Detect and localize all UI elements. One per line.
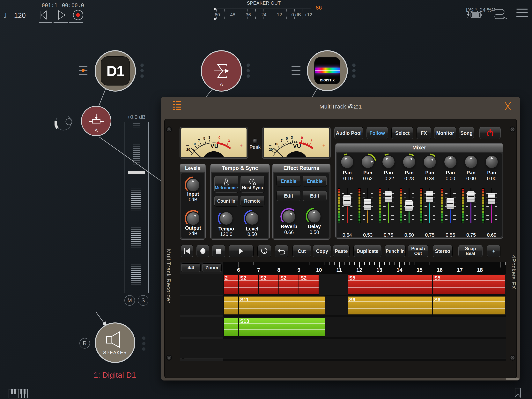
audio-clip[interactable] <box>223 296 239 315</box>
metronome-button[interactable]: Metronome <box>214 176 238 193</box>
audio-clip[interactable]: S11 <box>239 296 325 315</box>
audio-clip[interactable]: S5 <box>348 274 433 295</box>
pan-knob[interactable] <box>486 156 498 168</box>
pan-knob[interactable] <box>465 156 477 168</box>
input-knob[interactable] <box>187 179 199 191</box>
node-mixer-sum[interactable]: A <box>201 50 242 91</box>
undo-button[interactable] <box>275 245 288 257</box>
node-menu-dots[interactable] <box>247 64 250 78</box>
digistix-menu-icon[interactable] <box>291 66 300 75</box>
pan-indicator-icon[interactable] <box>55 111 78 134</box>
copy-button[interactable]: Copy <box>313 245 331 257</box>
paste-button[interactable]: Paste <box>333 245 349 257</box>
tempo-knob[interactable] <box>220 212 233 225</box>
delay-edit-button[interactable]: Edit <box>303 190 327 201</box>
stereo-button[interactable]: Stereo <box>433 245 453 257</box>
audio-clip[interactable]: S5 <box>433 274 505 295</box>
reverb-enable-button[interactable]: Enable <box>277 176 301 187</box>
punch-out-button[interactable]: Punch Out <box>408 245 428 257</box>
monitor-button[interactable]: Monitor <box>434 127 456 139</box>
svg-text:VU: VU <box>210 143 218 149</box>
fader-rail <box>362 223 374 223</box>
volume-fader-handle[interactable] <box>364 199 371 210</box>
reverb-edit-button[interactable]: Edit <box>277 190 301 201</box>
node-menu-dots[interactable] <box>140 64 144 78</box>
select-button[interactable]: Select <box>391 127 413 139</box>
audio-clip[interactable]: S6 <box>348 296 433 315</box>
audio-clip[interactable]: 2 <box>223 274 239 295</box>
node-digistix[interactable]: DIGISTIX <box>307 50 348 91</box>
fader-rail <box>382 223 395 223</box>
pan-knob[interactable] <box>444 156 456 168</box>
volume-fader-handle[interactable] <box>488 193 495 204</box>
song-button[interactable]: Song <box>459 127 474 139</box>
channel-fader-handle[interactable] <box>128 171 145 174</box>
fx-button[interactable]: FX <box>417 127 431 139</box>
host-sync-button[interactable]: Host Sync <box>240 176 265 193</box>
volume-fader-handle[interactable] <box>426 191 433 202</box>
volume-fader-handle[interactable] <box>343 195 351 206</box>
node-gain-a[interactable]: A <box>81 106 111 136</box>
volume-fader-handle[interactable] <box>405 200 413 211</box>
loop-button[interactable] <box>257 245 271 257</box>
keyboard-icon[interactable] <box>9 389 28 399</box>
node-d1-instrument[interactable]: D1 <box>95 50 136 91</box>
rec-enable-button[interactable]: R <box>79 338 90 348</box>
timeline-ruler[interactable]: 6789101112131415161718 <box>223 262 506 274</box>
snap-beat-button[interactable]: Snap Beat <box>458 245 483 257</box>
stop-button[interactable] <box>212 245 225 257</box>
pan-knob[interactable] <box>362 156 374 168</box>
pan-knob[interactable] <box>341 156 353 168</box>
audio-clip[interactable]: S2 <box>239 274 259 295</box>
delay-enable-button[interactable]: Enable <box>303 176 327 187</box>
mute-button[interactable]: M <box>124 295 135 306</box>
audio-clip[interactable]: S6 <box>433 296 505 315</box>
audio-clip[interactable]: S13 <box>239 318 325 337</box>
rewind-button[interactable] <box>181 245 193 257</box>
window-resize-handle[interactable] <box>506 378 519 380</box>
solo-button[interactable]: S <box>138 295 148 306</box>
reverb-value: 0.66 <box>277 230 301 235</box>
record-clip-button[interactable] <box>196 245 209 257</box>
fader-value: 0.75 <box>461 232 481 238</box>
bookmark-icon[interactable] <box>514 388 521 398</box>
add-track-button[interactable]: + <box>487 245 500 257</box>
fader-ticks-upper <box>133 123 140 171</box>
duplicate-button[interactable]: Duplicate <box>354 245 382 257</box>
count-in-button[interactable]: Count In <box>214 196 238 206</box>
click-level-knob[interactable] <box>246 212 258 225</box>
volume-fader-handle[interactable] <box>447 198 454 209</box>
svg-text:0: 0 <box>301 136 303 140</box>
follow-button[interactable]: Follow <box>366 127 388 139</box>
audio-clip[interactable]: S2 <box>259 274 279 295</box>
pan-knob[interactable] <box>382 156 394 168</box>
delay-knob[interactable] <box>308 210 321 223</box>
zoom-button[interactable]: Zoom <box>202 264 222 272</box>
output-knob[interactable] <box>187 212 199 225</box>
audio-clip[interactable]: S2 <box>279 274 299 295</box>
cut-button[interactable]: Cut <box>292 245 311 257</box>
pan-knob[interactable] <box>424 156 436 168</box>
audio-pool-button[interactable]: Audio Pool <box>334 127 363 139</box>
node-menu-dots[interactable] <box>142 336 146 351</box>
play-clip-button[interactable] <box>229 245 253 257</box>
punch-in-button[interactable]: Punch In <box>385 245 406 257</box>
volume-fader-handle[interactable] <box>385 191 392 202</box>
audio-clip[interactable]: S2 <box>299 274 319 295</box>
reverb-knob[interactable] <box>283 210 295 223</box>
pan-knob[interactable] <box>403 156 415 168</box>
node-speaker-output[interactable]: SPEAKER <box>95 322 135 363</box>
channel-strip-icon[interactable] <box>79 66 88 76</box>
time-signature-button[interactable]: 4/4 <box>181 264 201 272</box>
node-menu-dots[interactable] <box>352 64 355 78</box>
remote-button[interactable]: Remote <box>240 196 265 206</box>
pan-label: Pan <box>461 170 481 175</box>
volume-fader-handle[interactable] <box>467 191 475 202</box>
track-lane[interactable] <box>180 339 506 359</box>
audio-clip[interactable] <box>223 318 239 337</box>
output-label: Output <box>180 225 206 231</box>
power-button[interactable] <box>479 127 501 139</box>
window-list-icon[interactable] <box>173 101 182 112</box>
mixer-panel: Mixer Pan-0.190.64Pan0.620.53Pan-0.220.7… <box>335 143 503 239</box>
close-icon[interactable] <box>504 102 512 111</box>
